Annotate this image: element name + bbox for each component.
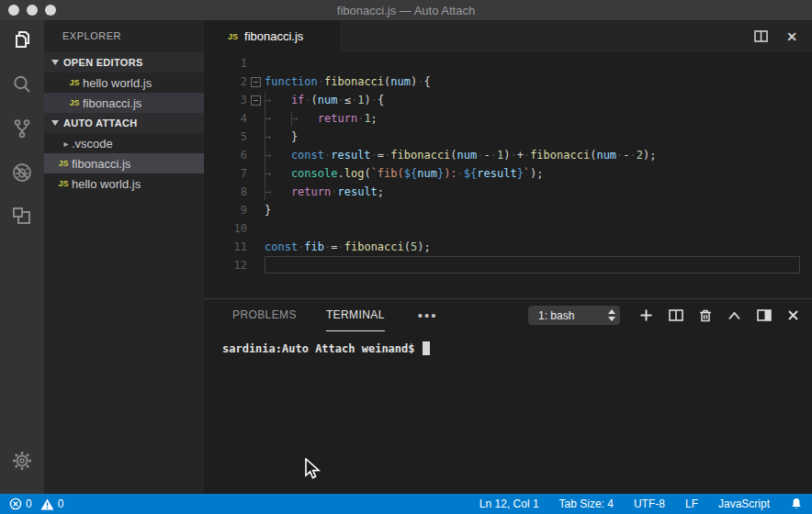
terminal-cursor: [423, 341, 430, 355]
sidebar-item-hello-world-js[interactable]: JShello world.js: [44, 173, 204, 194]
problems-status-button[interactable]: 0 0: [9, 497, 63, 510]
editor-tab-bar: JS fibonacci.js ✕: [204, 20, 812, 52]
debug-activity-button[interactable]: [0, 152, 44, 196]
tab-problems[interactable]: PROBLEMS: [232, 299, 297, 331]
line-number[interactable]: 8: [204, 183, 247, 201]
line-number[interactable]: 3: [204, 91, 247, 109]
explorer-sidebar: EXPLORER OPEN EDITORSJShello world.jsJSf…: [44, 20, 204, 494]
select-stepper-icon: [608, 309, 615, 321]
sidebar-title: EXPLORER: [44, 20, 204, 52]
search-activity-button[interactable]: [0, 64, 44, 108]
sidebar-item-fibonacci-js[interactable]: JSfibonacci.js: [44, 93, 204, 113]
line-number[interactable]: 6: [204, 146, 247, 164]
line-number[interactable]: 4: [204, 109, 247, 128]
tab-fibonacci-js[interactable]: JS fibonacci.js: [204, 20, 340, 52]
fold-gutter: [247, 146, 265, 164]
split-editor-icon[interactable]: [754, 30, 768, 42]
sidebar-item-fibonacci-js[interactable]: JSfibonacci.js: [44, 153, 204, 173]
code-line-content: const·fib·=·fibonacci(5);: [265, 238, 800, 256]
code-line-content: }: [265, 201, 800, 219]
terminal-shell-select[interactable]: 1: bash: [528, 306, 620, 325]
fold-gutter: [247, 128, 265, 146]
encoding-status[interactable]: UTF-8: [634, 497, 665, 510]
line-number[interactable]: 12: [204, 256, 247, 274]
code-line: 9}: [204, 201, 812, 219]
extensions-activity-button[interactable]: [0, 196, 44, 240]
error-count: 0: [26, 497, 32, 510]
section-label: AUTO ATTACH: [63, 117, 138, 128]
title-bar: fibonacci.js — Auto Attach: [0, 0, 812, 20]
indent-guide: [291, 111, 292, 127]
tab-terminal[interactable]: TERMINAL: [326, 299, 385, 331]
line-number[interactable]: 11: [204, 238, 247, 256]
item-label: .vscode: [72, 137, 113, 151]
fold-gutter: [247, 256, 265, 274]
close-panel-icon[interactable]: [787, 309, 799, 321]
close-editor-icon[interactable]: ✕: [786, 29, 797, 44]
source-control-activity-button[interactable]: [0, 108, 44, 152]
code-line: 1: [204, 54, 812, 73]
item-label: hello world.js: [72, 177, 141, 191]
errors-icon: [9, 497, 22, 510]
debug-icon: [10, 161, 34, 188]
code-line: 2−function·fibonacci(num)·{: [204, 73, 812, 91]
js-file-icon: JS: [66, 98, 83, 107]
item-label: hello world.js: [83, 76, 152, 90]
line-number[interactable]: 5: [204, 128, 247, 146]
code-line: 5→}: [204, 128, 812, 146]
move-panel-icon[interactable]: [757, 309, 772, 321]
js-file-icon: JS: [55, 179, 72, 188]
code-line: 8→return·result;: [204, 183, 812, 201]
more-actions-icon[interactable]: •••: [418, 307, 438, 323]
fold-marker-icon[interactable]: −: [247, 73, 265, 91]
close-window-button[interactable]: [8, 5, 19, 16]
shell-select-value: 1: bash: [538, 309, 574, 322]
line-number[interactable]: 7: [204, 164, 247, 183]
section-label: OPEN EDITORS: [63, 57, 143, 68]
window-controls: [8, 5, 56, 16]
settings-button[interactable]: [0, 441, 44, 485]
code-line-content: [265, 54, 800, 73]
zoom-window-button[interactable]: [45, 5, 56, 16]
maximize-panel-icon[interactable]: [727, 311, 741, 320]
item-label: fibonacci.js: [72, 157, 130, 171]
chevron-expanded-icon: [51, 60, 59, 65]
sidebar-item-hello-world-js[interactable]: JShello world.js: [44, 73, 204, 93]
code-line: 11const·fib·=·fibonacci(5);: [204, 238, 812, 256]
minimize-window-button[interactable]: [27, 5, 38, 16]
terminal-output[interactable]: sardinia:Auto Attach weinand$: [204, 331, 812, 355]
section-header[interactable]: OPEN EDITORS: [44, 52, 204, 73]
source-control-icon: [10, 117, 34, 144]
line-number[interactable]: 9: [204, 201, 247, 219]
line-number[interactable]: 10: [204, 219, 247, 238]
code-line: 12: [204, 256, 812, 274]
js-file-icon: JS: [55, 159, 72, 168]
line-number[interactable]: 1: [204, 54, 247, 73]
fold-marker-icon[interactable]: −: [247, 91, 265, 109]
item-label: fibonacci.js: [83, 96, 141, 110]
bell-icon[interactable]: [790, 497, 803, 510]
language-mode-status[interactable]: JavaScript: [718, 497, 770, 510]
warning-count: 0: [58, 497, 64, 510]
section-header[interactable]: AUTO ATTACH: [44, 113, 204, 133]
code-editor[interactable]: 12−function·fibonacci(num)·{3−→if·(num·≤…: [204, 52, 812, 298]
tab-size-status[interactable]: Tab Size: 4: [559, 497, 614, 510]
cursor-position-status[interactable]: Ln 12, Col 1: [479, 497, 539, 510]
warnings-icon: [40, 498, 54, 510]
line-number[interactable]: 2: [204, 73, 247, 91]
eol-status[interactable]: LF: [685, 497, 698, 510]
kill-terminal-icon[interactable]: [699, 308, 712, 322]
fold-gutter: [247, 54, 265, 73]
fold-gutter: [247, 164, 265, 183]
sidebar-item--vscode[interactable]: ▸.vscode: [44, 133, 204, 153]
panel-header: PROBLEMS TERMINAL ••• 1: bash: [204, 299, 812, 331]
new-terminal-icon[interactable]: [639, 308, 653, 322]
code-line: 10: [204, 219, 812, 238]
chevron-expanded-icon: [51, 120, 59, 126]
js-file-icon: JS: [228, 32, 238, 41]
fold-gutter: [247, 201, 265, 219]
files-explorer-icon: [10, 28, 34, 56]
explorer-activity-button[interactable]: [0, 20, 44, 64]
split-terminal-icon[interactable]: [669, 309, 683, 321]
fold-gutter: [247, 109, 265, 128]
